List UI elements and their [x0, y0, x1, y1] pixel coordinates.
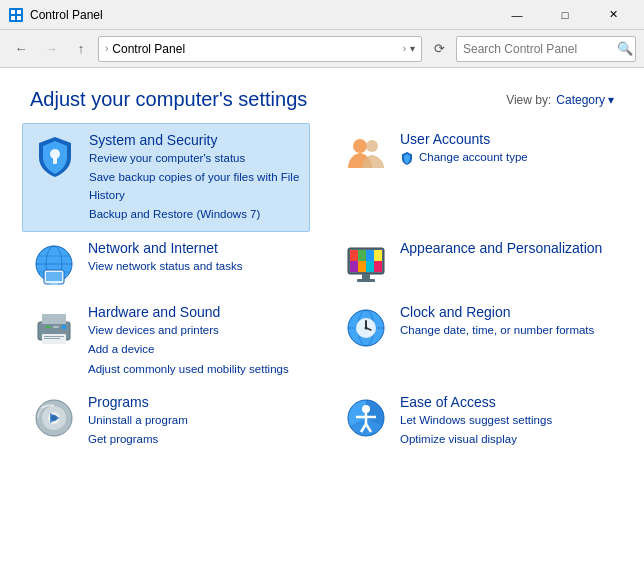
category-appearance: Appearance and Personalization	[342, 240, 614, 288]
app-icon	[8, 7, 24, 23]
backup-restore-link[interactable]: Backup and Restore (Windows 7)	[89, 206, 301, 223]
address-separator: ›	[403, 43, 406, 54]
svg-rect-27	[362, 274, 370, 279]
svg-point-8	[366, 140, 378, 152]
get-programs-link[interactable]: Get programs	[88, 431, 302, 448]
view-devices-printers-link[interactable]: View devices and printers	[88, 322, 302, 339]
svg-rect-35	[44, 336, 64, 337]
category-network-internet: Network and Internet View network status…	[30, 240, 302, 288]
windows-suggest-settings-link[interactable]: Let Windows suggest settings	[400, 412, 614, 429]
category-ease-of-access: Ease of Access Let Windows suggest setti…	[342, 394, 614, 449]
network-internet-icon	[30, 240, 78, 288]
system-security-title[interactable]: System and Security	[89, 132, 301, 148]
main-content: Adjust your computer's settings View by:…	[0, 68, 644, 468]
svg-rect-22	[374, 250, 382, 261]
network-internet-title[interactable]: Network and Internet	[88, 240, 302, 256]
user-accounts-icon	[342, 131, 390, 179]
svg-rect-3	[11, 16, 15, 20]
svg-rect-16	[50, 283, 58, 285]
user-accounts-content: User Accounts Change account type	[400, 131, 614, 166]
hardware-sound-title[interactable]: Hardware and Sound	[88, 304, 302, 320]
user-accounts-title[interactable]: User Accounts	[400, 131, 614, 147]
svg-rect-4	[17, 16, 21, 20]
category-user-accounts: User Accounts Change account type	[342, 131, 614, 224]
window-title: Control Panel	[30, 8, 494, 22]
svg-rect-19	[350, 250, 358, 261]
ease-of-access-title[interactable]: Ease of Access	[400, 394, 614, 410]
category-hardware-sound: Hardware and Sound View devices and prin…	[30, 304, 302, 378]
view-by-control: View by: Category ▾	[506, 93, 614, 107]
search-icon: 🔍	[617, 41, 633, 56]
close-button[interactable]: ✕	[590, 0, 636, 30]
system-security-content: System and Security Review your computer…	[89, 132, 301, 223]
view-by-arrow-icon: ▾	[608, 93, 614, 107]
system-security-icon	[31, 132, 79, 180]
address-dropdown-icon[interactable]: ▾	[410, 43, 415, 54]
address-text: Control Panel	[112, 42, 398, 56]
page-title: Adjust your computer's settings	[30, 88, 307, 111]
svg-rect-1	[11, 10, 15, 14]
categories-grid: System and Security Review your computer…	[30, 131, 614, 448]
optimize-visual-display-link[interactable]: Optimize visual display	[400, 431, 614, 448]
uninstall-program-link[interactable]: Uninstall a program	[88, 412, 302, 429]
hardware-sound-icon	[30, 304, 78, 352]
forward-button[interactable]: →	[38, 36, 64, 62]
svg-point-7	[353, 139, 367, 153]
up-button[interactable]: ↑	[68, 36, 94, 62]
svg-rect-30	[42, 314, 66, 324]
svg-rect-26	[374, 261, 382, 272]
change-account-type-link[interactable]: Change account type	[400, 149, 614, 166]
programs-title[interactable]: Programs	[88, 394, 302, 410]
svg-point-49	[362, 405, 370, 413]
svg-rect-24	[358, 261, 366, 272]
ease-of-access-icon	[342, 394, 390, 442]
change-date-time-link[interactable]: Change date, time, or number formats	[400, 322, 614, 339]
category-clock-region: Clock and Region Change date, time, or n…	[342, 304, 614, 378]
svg-rect-32	[45, 326, 51, 328]
minimize-button[interactable]: —	[494, 0, 540, 30]
svg-rect-25	[366, 261, 374, 272]
clock-region-content: Clock and Region Change date, time, or n…	[400, 304, 614, 339]
navbar: ← → ↑ › Control Panel › ▾ ⟳ 🔍	[0, 30, 644, 68]
address-chevron-icon: ›	[105, 43, 108, 54]
category-programs: Programs Uninstall a program Get program…	[30, 394, 302, 449]
address-bar[interactable]: › Control Panel › ▾	[98, 36, 422, 62]
review-computer-status-link[interactable]: Review your computer's status	[89, 150, 301, 167]
search-bar[interactable]: 🔍	[456, 36, 636, 62]
back-button[interactable]: ←	[8, 36, 34, 62]
page-header: Adjust your computer's settings View by:…	[30, 88, 614, 111]
appearance-title[interactable]: Appearance and Personalization	[400, 240, 614, 256]
clock-region-title[interactable]: Clock and Region	[400, 304, 614, 320]
svg-rect-21	[366, 250, 374, 261]
search-input[interactable]	[463, 42, 613, 56]
svg-rect-15	[46, 272, 62, 281]
clock-region-icon	[342, 304, 390, 352]
ease-of-access-content: Ease of Access Let Windows suggest setti…	[400, 394, 614, 449]
svg-rect-28	[357, 279, 375, 282]
view-network-status-link[interactable]: View network status and tasks	[88, 258, 302, 275]
view-by-dropdown[interactable]: Category ▾	[556, 93, 614, 107]
svg-rect-2	[17, 10, 21, 14]
svg-rect-23	[350, 261, 358, 272]
appearance-icon	[342, 240, 390, 288]
save-backup-link[interactable]: Save backup copies of your files with Fi…	[89, 169, 301, 204]
mobility-settings-link[interactable]: Adjust commonly used mobility settings	[88, 361, 302, 378]
shield-small-icon	[400, 151, 414, 165]
network-internet-content: Network and Internet View network status…	[88, 240, 302, 275]
svg-rect-36	[44, 338, 60, 339]
programs-icon	[30, 394, 78, 442]
svg-rect-20	[358, 250, 366, 261]
svg-rect-34	[62, 325, 66, 329]
programs-content: Programs Uninstall a program Get program…	[88, 394, 302, 449]
view-by-label: View by:	[506, 93, 551, 107]
add-device-link[interactable]: Add a device	[88, 341, 302, 358]
titlebar: Control Panel — □ ✕	[0, 0, 644, 30]
window-controls: — □ ✕	[494, 0, 636, 30]
appearance-content: Appearance and Personalization	[400, 240, 614, 256]
refresh-button[interactable]: ⟳	[426, 36, 452, 62]
hardware-sound-content: Hardware and Sound View devices and prin…	[88, 304, 302, 378]
maximize-button[interactable]: □	[542, 0, 588, 30]
svg-rect-33	[53, 326, 59, 328]
view-by-value-text: Category	[556, 93, 605, 107]
category-system-security: System and Security Review your computer…	[22, 123, 310, 232]
